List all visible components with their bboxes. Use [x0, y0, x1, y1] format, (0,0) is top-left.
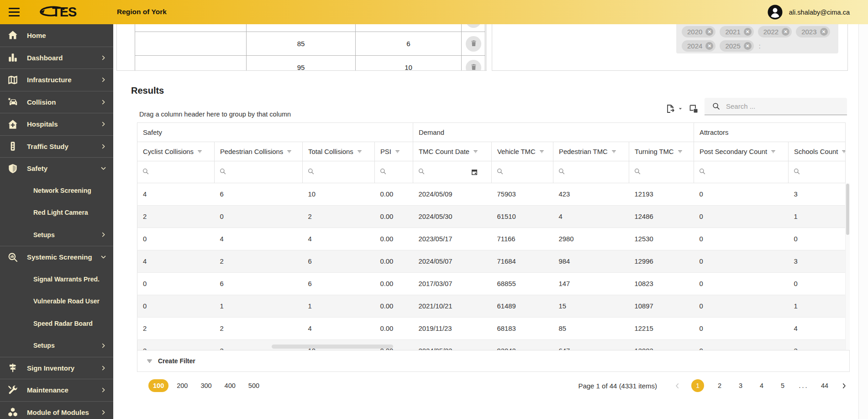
year-tagbox[interactable]: 2020✕2021✕2022✕2023✕ 2024✕2025✕: — [676, 24, 838, 53]
page-number-4[interactable]: 4 — [756, 379, 767, 392]
table-row[interactable]: 0660.002017/03/07688551471082300 — [137, 273, 846, 295]
chevron-right-icon — [100, 231, 107, 238]
filter-cell-vehicle-tmc[interactable] — [492, 161, 553, 183]
column-header-pedestrian-tmc[interactable]: Pedestrian TMC — [553, 142, 629, 161]
sidebar-item-sign-inventory[interactable]: Sign Inventory — [0, 357, 113, 379]
table-row[interactable]: 23100.002024/05/23930426471308303 — [137, 340, 846, 350]
filter-cell-total-collisions[interactable] — [303, 161, 375, 183]
header-filter-icon[interactable] — [677, 148, 684, 155]
sidebar-item-module-of-modules[interactable]: Module of Modules — [0, 401, 113, 419]
page-number-1[interactable]: 1 — [691, 379, 704, 392]
vertical-scrollbar-thumb[interactable] — [846, 184, 849, 235]
page-size-300[interactable]: 300 — [196, 379, 216, 392]
user-avatar-icon[interactable] — [767, 4, 783, 20]
sidebar-item-collision[interactable]: Collision — [0, 91, 113, 113]
sidebar-item-label: Infrastructure — [27, 76, 72, 84]
export-button[interactable] — [665, 103, 684, 116]
delete-row-button[interactable] — [466, 60, 481, 71]
table-row[interactable]: 2020.002024/05/306151041248601 — [137, 206, 846, 228]
page-size-100[interactable]: 100 — [148, 379, 168, 392]
header-filter-icon[interactable] — [538, 148, 545, 155]
filter-cell-pedestrian-collisions[interactable] — [215, 161, 303, 183]
trash-icon — [470, 63, 478, 71]
create-filter-button[interactable]: Create Filter — [137, 350, 850, 372]
remove-chip-icon[interactable]: ✕ — [705, 42, 713, 50]
sidebar-item-setups[interactable]: Setups — [0, 334, 113, 357]
page-size-500[interactable]: 500 — [244, 379, 264, 392]
header-filter-icon[interactable] — [610, 148, 617, 155]
page-scrollbar-track[interactable] — [858, 24, 868, 419]
column-header-post-secondary-count[interactable]: Post Secondary Count — [694, 142, 789, 161]
cell-total-collisions: 4 — [303, 228, 375, 250]
sidebar-item-dashboard[interactable]: Dashboard — [0, 47, 113, 69]
sidebar-item-speed-radar-board[interactable]: Speed Radar Board — [0, 313, 113, 335]
chevron-right-icon — [100, 76, 107, 83]
table-row[interactable]: 0440.002023/05/177116629801253000 — [137, 228, 846, 250]
header-filter-icon[interactable] — [286, 148, 293, 155]
horizontal-scrollbar-thumb[interactable] — [272, 345, 393, 349]
remove-chip-icon[interactable]: ✕ — [820, 28, 828, 36]
previous-page-icon[interactable] — [673, 382, 681, 390]
sidebar-item-red-light-camera[interactable]: Red Light Camera — [0, 202, 113, 224]
page-number-2[interactable]: 2 — [714, 379, 725, 392]
column-chooser-button[interactable] — [688, 103, 699, 116]
pager: 100200300400500 Page 1 of 44 (4331 items… — [137, 375, 850, 397]
column-header-turning-tmc[interactable]: Turning TMC — [629, 142, 694, 161]
table-row[interactable]: 4260.002024/05/07716849841299603 — [137, 250, 846, 273]
header-filter-icon[interactable] — [356, 148, 363, 155]
filter-cell-pedestrian-tmc[interactable] — [553, 161, 629, 183]
page-number-44[interactable]: 44 — [819, 379, 830, 392]
header-filter-icon[interactable] — [770, 148, 777, 155]
column-header-psi[interactable]: PSI — [375, 142, 413, 161]
export-icon — [665, 103, 676, 116]
filter-cell-psi[interactable] — [375, 161, 413, 183]
header-filter-icon[interactable] — [472, 148, 479, 155]
page-number-5[interactable]: 5 — [777, 379, 788, 392]
filter-cell-schools-count[interactable] — [789, 161, 846, 183]
header-filter-icon[interactable] — [841, 148, 845, 155]
sidebar-item-vulnerable-road-user[interactable]: Vulnerable Road User — [0, 290, 113, 313]
hamburger-menu-icon[interactable] — [9, 8, 20, 16]
sidebar-item-safety[interactable]: Safety — [0, 157, 113, 180]
column-header-cyclist-collisions[interactable]: Cyclist Collisions — [137, 142, 215, 161]
remove-chip-icon[interactable]: ✕ — [744, 28, 752, 36]
sidebar-item-signal-warrants-pred[interactable]: Signal Warrants Pred. — [0, 268, 113, 291]
sidebar-item-setups[interactable]: Setups — [0, 224, 113, 246]
cell-post-secondary-count: 0 — [694, 295, 789, 318]
column-header-pedestrian-collisions[interactable]: Pedestrian Collisions — [215, 142, 303, 161]
filter-cell-tmc-count-date[interactable] — [413, 161, 492, 183]
delete-row-button[interactable] — [466, 24, 481, 28]
filter-cell-cyclist-collisions[interactable] — [137, 161, 215, 183]
vertical-scrollbar-track — [845, 183, 850, 350]
header-filter-icon[interactable] — [196, 148, 203, 155]
table-row[interactable]: 0110.002021/10/2161489151089701 — [137, 295, 846, 318]
delete-row-button[interactable] — [466, 36, 481, 52]
column-header-vehicle-tmc[interactable]: Vehicle TMC — [492, 142, 553, 161]
column-header-schools-count[interactable]: Schools Count — [789, 142, 846, 161]
next-page-icon[interactable] — [840, 382, 848, 390]
cell-vehicle-tmc: 93042 — [492, 340, 553, 350]
remove-chip-icon[interactable]: ✕ — [705, 28, 713, 36]
remove-chip-icon[interactable]: ✕ — [744, 42, 752, 50]
sidebar-item-systemic-screening[interactable]: Systemic Screening — [0, 246, 113, 268]
collision-icon — [7, 96, 19, 108]
page-size-200[interactable]: 200 — [172, 379, 192, 392]
column-header-total-collisions[interactable]: Total Collisions — [303, 142, 375, 161]
sidebar-item-hospitals[interactable]: Hospitals — [0, 113, 113, 135]
sidebar-item-traffic-study[interactable]: Traffic Study — [0, 135, 113, 158]
sidebar-item-maintenance[interactable]: Maintenance — [0, 379, 113, 401]
header-filter-icon[interactable] — [394, 148, 401, 155]
table-row[interactable]: 2240.002019/11/2368183851221504 — [137, 318, 846, 340]
filter-cell-turning-tmc[interactable] — [629, 161, 694, 183]
page-size-400[interactable]: 400 — [220, 379, 240, 392]
sidebar-item-infrastructure[interactable]: Infrastructure — [0, 69, 113, 91]
sidebar-item-home[interactable]: Home — [0, 24, 113, 47]
filter-cell-post-secondary-count[interactable] — [694, 161, 789, 183]
page-number-3[interactable]: 3 — [735, 379, 746, 392]
search-input[interactable] — [726, 102, 847, 110]
table-row[interactable]: 46100.002024/05/09759034231219303 — [137, 183, 846, 206]
remove-chip-icon[interactable]: ✕ — [782, 28, 789, 36]
column-header-tmc-count-date[interactable]: TMC Count Date — [413, 142, 492, 161]
sidebar-item-network-screening[interactable]: Network Screening — [0, 180, 113, 202]
calendar-icon[interactable] — [470, 168, 479, 176]
